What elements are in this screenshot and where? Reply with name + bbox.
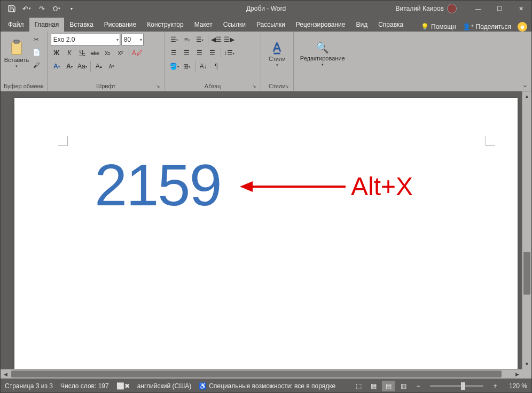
font-color-a-button[interactable]: A▾ (51, 60, 62, 72)
text-effects-button[interactable]: A🖊 (131, 47, 143, 59)
tab-home[interactable]: Главная (29, 18, 65, 32)
format-painter-button[interactable]: 🖌 (30, 59, 42, 71)
clipboard-icon (10, 40, 24, 56)
focus-mode-button[interactable]: ⬚ (352, 381, 365, 391)
read-mode-button[interactable]: ▦ (367, 381, 380, 391)
styles-icon: A̲ (273, 41, 281, 55)
cut-button[interactable]: ✂ (30, 34, 42, 45)
user-area[interactable]: Виталий Каиров (395, 4, 457, 13)
styles-button[interactable]: A̲ Стили ▾ (264, 34, 290, 74)
document-area: 2159 Alt+X ▲ ▼ ◀ ▶ (1, 91, 531, 379)
tab-layout[interactable]: Макет (189, 18, 218, 32)
tab-file[interactable]: Файл (3, 18, 29, 32)
tab-draw[interactable]: Рисование (99, 18, 142, 32)
group-clipboard: Вставить ▾ ✂ 📄 🖌 Буфер обмена↘ (1, 32, 48, 91)
decrease-indent-button[interactable]: ◀☰ (210, 34, 222, 45)
vscroll-thumb[interactable] (523, 252, 530, 295)
group-styles: A̲ Стили ▾ Стили↘ (261, 32, 294, 91)
quick-access-toolbar: ↶▾ ↷ Ω▾ ▾ (1, 2, 79, 16)
page-status[interactable]: Страница 3 из 3 (5, 382, 53, 390)
strike-button[interactable]: abc (89, 47, 101, 59)
qat-customize-button[interactable]: ▾ (65, 2, 79, 16)
tab-mailings[interactable]: Рассылки (251, 18, 291, 32)
feedback-button[interactable]: ☻ (518, 22, 527, 32)
zoom-slider[interactable] (430, 385, 483, 387)
share-icon: 👤⁺ (463, 23, 474, 30)
text-highlight-button[interactable]: A▾ (64, 60, 75, 72)
shading-button[interactable]: 🪣▾ (168, 60, 180, 72)
subscript-button[interactable]: x₂ (102, 47, 114, 59)
paste-button[interactable]: Вставить ▾ (4, 34, 29, 74)
undo-button[interactable]: ↶▾ (20, 2, 34, 16)
tell-me-button[interactable]: 💡Помощн (421, 23, 456, 30)
spellcheck-status[interactable]: ⬜✖ (116, 382, 130, 390)
maximize-button[interactable]: ☐ (489, 1, 510, 17)
superscript-button[interactable]: x² (115, 47, 127, 59)
redo-button[interactable]: ↷ (35, 2, 49, 16)
scroll-up-button[interactable]: ▲ (522, 91, 531, 101)
word-count[interactable]: Число слов: 197 (60, 382, 109, 390)
accessibility-status[interactable]: ♿Специальные возможности: все в порядке (199, 382, 335, 390)
tab-references[interactable]: Ссылки (218, 18, 251, 32)
language-status[interactable]: английский (США) (137, 382, 191, 390)
font-name-value: Exo 2.0 (53, 36, 75, 43)
grow-font-button[interactable]: A▴ (93, 60, 105, 72)
tab-design[interactable]: Конструктор (142, 18, 189, 32)
line-spacing-button[interactable]: ↕☰▾ (223, 47, 235, 59)
show-marks-button[interactable]: ¶ (210, 60, 222, 72)
bold-button[interactable]: Ж (51, 47, 62, 59)
margin-corner-tr (486, 136, 495, 146)
save-button[interactable] (5, 2, 19, 16)
font-launcher[interactable]: ↘ (155, 83, 161, 90)
font-size-combo[interactable]: 80▾ (121, 34, 144, 45)
vertical-scrollbar[interactable]: ▲ ▼ (522, 91, 531, 369)
tab-view[interactable]: Вид (350, 18, 373, 32)
svg-marker-3 (240, 181, 253, 192)
symbol-button[interactable]: Ω▾ (50, 2, 64, 16)
styles-launcher[interactable]: ↘ (284, 83, 290, 90)
underline-button[interactable]: Ч▾ (76, 47, 88, 59)
zoom-in-button[interactable]: + (489, 381, 502, 391)
scroll-right-button[interactable]: ▶ (512, 369, 522, 379)
clipboard-launcher[interactable]: ↘ (37, 83, 44, 90)
tab-review[interactable]: Рецензирование (291, 18, 351, 32)
close-button[interactable]: ✕ (510, 1, 531, 17)
numbering-button[interactable]: ≡▾ (181, 34, 193, 45)
word-window: ↶▾ ↷ Ω▾ ▾ Дроби - Word Виталий Каиров ― … (0, 0, 532, 393)
sort-button[interactable]: A↓ (198, 60, 209, 72)
multilevel-button[interactable]: ☰▾ (194, 34, 206, 45)
increase-indent-button[interactable]: ☰▶ (223, 34, 235, 45)
align-left-button[interactable]: ☰ (168, 47, 180, 59)
borders-button[interactable]: ⊞▾ (181, 60, 193, 72)
tab-help[interactable]: Справка (373, 18, 409, 32)
annotation-overlay: Alt+X (239, 172, 413, 201)
editing-button[interactable]: 🔍 Редактирование ▾ (297, 34, 348, 74)
user-avatar[interactable] (447, 4, 457, 13)
horizontal-scrollbar[interactable]: ◀ ▶ (1, 369, 522, 379)
zoom-level[interactable]: 120 % (504, 382, 527, 390)
document-text[interactable]: 2159 (95, 156, 221, 214)
tab-insert[interactable]: Вставка (64, 18, 99, 32)
align-center-button[interactable]: ☰ (181, 47, 193, 59)
zoom-slider-thumb[interactable] (461, 382, 465, 390)
scroll-left-button[interactable]: ◀ (1, 369, 10, 379)
paragraph-launcher[interactable]: ↘ (251, 83, 257, 90)
bullets-button[interactable]: ☰▾ (168, 34, 180, 45)
shrink-font-button[interactable]: A▾ (106, 60, 118, 72)
align-right-button[interactable]: ☰ (194, 47, 206, 59)
font-name-combo[interactable]: Exo 2.0▾ (51, 34, 120, 45)
accessibility-icon: ♿ (199, 382, 207, 390)
italic-button[interactable]: К (64, 47, 75, 59)
document-page[interactable]: 2159 Alt+X (14, 98, 518, 376)
print-layout-button[interactable]: ▤ (382, 381, 395, 391)
justify-button[interactable]: ☰ (207, 47, 218, 59)
collapse-ribbon-button[interactable]: ⌄ (522, 80, 528, 89)
copy-button[interactable]: 📄 (30, 47, 42, 58)
zoom-out-button[interactable]: − (412, 381, 425, 391)
scroll-down-button[interactable]: ▼ (522, 359, 531, 369)
change-case-button[interactable]: Aa▾ (76, 60, 88, 72)
minimize-button[interactable]: ― (467, 1, 489, 17)
hscroll-thumb[interactable] (11, 371, 502, 377)
share-button[interactable]: 👤⁺Поделиться (463, 23, 511, 30)
web-layout-button[interactable]: ▥ (397, 381, 410, 391)
